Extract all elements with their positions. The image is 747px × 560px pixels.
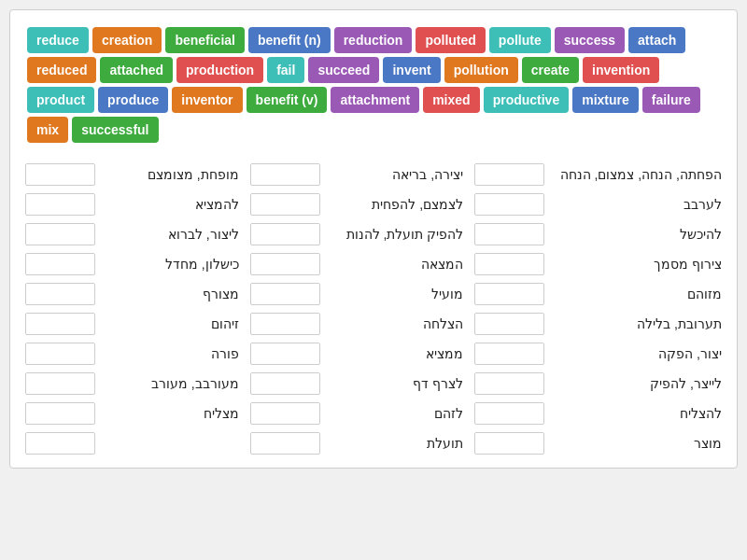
answer-input-r4c1[interactable] xyxy=(250,283,320,305)
answer-label-r9c1: תועלת xyxy=(326,428,470,458)
word-btn-reduction[interactable]: reduction xyxy=(334,27,413,53)
word-btn-creation[interactable]: creation xyxy=(92,27,162,53)
answer-input-cell-r6c1 xyxy=(245,339,326,369)
answer-label-r6c1: ממציא xyxy=(326,339,470,369)
table-row: להמציאלצמצם, להפחיתלערבב xyxy=(20,189,727,219)
word-btn-create[interactable]: create xyxy=(522,57,579,83)
answer-input-r2c1[interactable] xyxy=(250,223,320,245)
table-row: זיהוםהצלחהתערובת, בלילה xyxy=(20,309,727,339)
answer-input-cell-r0c2 xyxy=(469,160,550,189)
answer-input-r3c2[interactable] xyxy=(474,253,544,275)
word-btn-inventor[interactable]: inventor xyxy=(172,87,242,113)
word-btn-failure[interactable]: failure xyxy=(642,87,700,113)
word-btn-mixture[interactable]: mixture xyxy=(572,87,639,113)
answer-input-cell-r2c1 xyxy=(245,219,326,249)
answer-input-r0c2[interactable] xyxy=(474,163,544,186)
answer-input-cell-r1c2 xyxy=(469,189,550,219)
answer-input-r6c1[interactable] xyxy=(250,343,320,365)
answer-input-r7c2[interactable] xyxy=(474,372,544,395)
answer-label-r9c2: מוצר xyxy=(550,428,727,458)
word-btn-reduce[interactable]: reduce xyxy=(27,27,89,53)
word-btn-succeed[interactable]: succeed xyxy=(308,57,379,83)
answer-input-r7c1[interactable] xyxy=(250,372,320,395)
word-btn-benefit_n[interactable]: benefit (n) xyxy=(248,27,331,53)
answer-input-r3c1[interactable] xyxy=(250,253,320,275)
answer-input-r1c2[interactable] xyxy=(474,193,544,216)
table-row: מצורףמועילמזוהם xyxy=(20,279,727,309)
answer-label-r1c2: לערבב xyxy=(550,189,727,219)
word-btn-product[interactable]: product xyxy=(27,87,94,113)
word-btn-successful[interactable]: successful xyxy=(72,117,158,143)
answer-input-r8c0[interactable] xyxy=(25,402,95,425)
answer-input-r0c0[interactable] xyxy=(25,163,95,186)
answer-input-r2c2[interactable] xyxy=(474,223,544,245)
word-btn-productive[interactable]: productive xyxy=(484,87,570,113)
answer-label-r9c0 xyxy=(101,428,245,458)
word-btn-mixed[interactable]: mixed xyxy=(423,87,479,113)
answer-input-r9c1[interactable] xyxy=(250,432,320,455)
answer-input-cell-r8c0 xyxy=(20,399,101,428)
answer-input-cell-r7c2 xyxy=(469,369,550,399)
table-row: כישלון, מחדלהמצאהצירוף מסמך xyxy=(20,249,727,279)
answer-input-cell-r5c0 xyxy=(20,309,101,339)
word-btn-mix[interactable]: mix xyxy=(27,117,68,143)
answer-input-cell-r4c1 xyxy=(245,279,326,309)
table-row: מצליחלזהםלהצליח xyxy=(20,399,727,428)
word-bank: reducecreationbeneficialbenefit (n)reduc… xyxy=(20,20,727,150)
answer-label-r4c0: מצורף xyxy=(101,279,245,309)
answer-label-r8c0: מצליח xyxy=(101,399,245,428)
answer-input-r7c0[interactable] xyxy=(25,372,95,395)
answer-input-r6c0[interactable] xyxy=(25,343,95,365)
word-btn-attachment[interactable]: attachment xyxy=(331,87,419,113)
answer-input-r9c2[interactable] xyxy=(474,432,544,455)
answer-input-r4c0[interactable] xyxy=(25,283,95,305)
word-btn-pollution[interactable]: pollution xyxy=(444,57,518,83)
answer-label-r7c1: לצרף דף xyxy=(326,369,470,399)
table-row: תועלתמוצר xyxy=(20,428,727,458)
answer-input-r5c2[interactable] xyxy=(474,313,544,335)
answer-input-r8c2[interactable] xyxy=(474,402,544,425)
main-container: reducecreationbeneficialbenefit (n)reduc… xyxy=(9,9,738,469)
word-btn-production[interactable]: production xyxy=(176,57,263,83)
answer-input-r3c0[interactable] xyxy=(25,253,95,275)
word-btn-beneficial[interactable]: beneficial xyxy=(165,27,245,53)
word-btn-fail[interactable]: fail xyxy=(267,57,304,83)
answer-label-r5c2: תערובת, בלילה xyxy=(550,309,727,339)
word-btn-polluted[interactable]: polluted xyxy=(416,27,485,53)
answer-label-r3c1: המצאה xyxy=(326,249,470,279)
answer-label-r3c2: צירוף מסמך xyxy=(550,249,727,279)
answer-label-r2c0: ליצור, לברוא xyxy=(101,219,245,249)
answer-input-r1c0[interactable] xyxy=(25,193,95,216)
answer-input-r1c1[interactable] xyxy=(250,193,320,216)
word-btn-invention[interactable]: invention xyxy=(583,57,659,83)
answer-input-cell-r1c0 xyxy=(20,189,101,219)
answer-input-r4c2[interactable] xyxy=(474,283,544,305)
table-row: מופחת, מצומצםיצירה, בריאההפחתה, הנחה, צמ… xyxy=(20,160,727,189)
answer-input-cell-r1c1 xyxy=(245,189,326,219)
word-btn-invent[interactable]: invent xyxy=(383,57,440,83)
word-btn-benefit_v[interactable]: benefit (v) xyxy=(247,87,328,113)
answer-input-cell-r4c2 xyxy=(469,279,550,309)
answer-label-r1c1: לצמצם, להפחית xyxy=(326,189,470,219)
answer-input-r6c2[interactable] xyxy=(474,343,544,365)
answer-label-r3c0: כישלון, מחדל xyxy=(101,249,245,279)
answer-input-cell-r2c0 xyxy=(20,219,101,249)
answer-input-cell-r9c1 xyxy=(245,428,326,458)
answer-input-r5c0[interactable] xyxy=(25,313,95,335)
answer-label-r2c1: להפיק תועלת, להנות xyxy=(326,219,470,249)
table-row: פורהממציאיצור, הפקה xyxy=(20,339,727,369)
word-btn-produce[interactable]: produce xyxy=(98,87,168,113)
answer-input-r5c1[interactable] xyxy=(250,313,320,335)
table-row: מעורבב, מעורבלצרף דףלייצר, להפיק xyxy=(20,369,727,399)
answer-input-r8c1[interactable] xyxy=(250,402,320,425)
answer-input-r9c0[interactable] xyxy=(25,432,95,455)
answer-label-r6c2: יצור, הפקה xyxy=(550,339,727,369)
answer-input-r0c1[interactable] xyxy=(250,163,320,186)
word-btn-reduced[interactable]: reduced xyxy=(27,57,96,83)
answer-input-r2c0[interactable] xyxy=(25,223,95,245)
word-btn-pollute[interactable]: pollute xyxy=(489,27,551,53)
word-btn-attached[interactable]: attached xyxy=(100,57,173,83)
word-btn-success[interactable]: success xyxy=(555,27,625,53)
word-btn-attach[interactable]: attach xyxy=(628,27,685,53)
answer-input-cell-r8c1 xyxy=(245,399,326,428)
